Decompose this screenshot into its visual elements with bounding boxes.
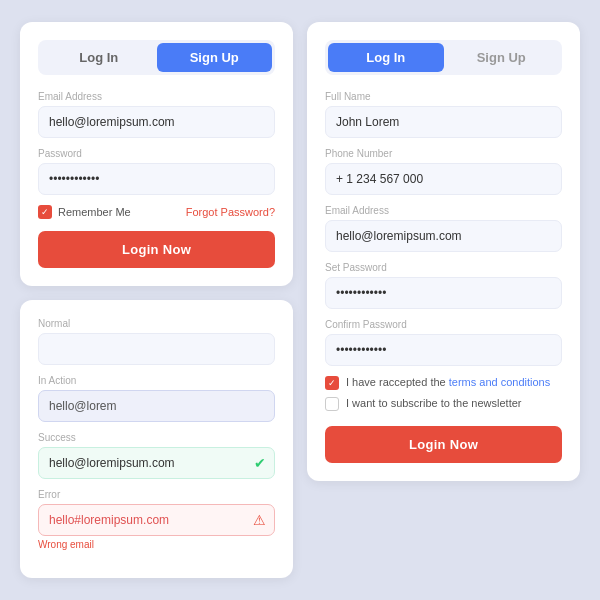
password-label: Password bbox=[38, 148, 275, 159]
signup-card-tabs: Log In Sign Up bbox=[325, 40, 562, 75]
normal-group: Normal bbox=[38, 318, 275, 365]
left-column: Log In Sign Up Email Address Password ✓ … bbox=[20, 22, 293, 578]
phone-input[interactable] bbox=[325, 163, 562, 195]
terms-row-2: I want to subscribe to the newsletter bbox=[325, 397, 562, 411]
right-email-group: Email Address bbox=[325, 205, 562, 252]
remember-row: ✓ Remember Me Forgot Password? bbox=[38, 205, 275, 219]
remember-label: Remember Me bbox=[58, 206, 131, 218]
login-card-tabs: Log In Sign Up bbox=[38, 40, 275, 75]
terms-link[interactable]: terms and conditions bbox=[449, 376, 551, 388]
in-action-input[interactable] bbox=[38, 390, 275, 422]
normal-label: Normal bbox=[38, 318, 275, 329]
error-group: Error ⚠ Wrong email bbox=[38, 489, 275, 550]
forgot-password-link[interactable]: Forgot Password? bbox=[186, 206, 275, 218]
remember-left: ✓ Remember Me bbox=[38, 205, 131, 219]
fullname-input[interactable] bbox=[325, 106, 562, 138]
tab-log-in[interactable]: Log In bbox=[41, 43, 157, 72]
right-email-input[interactable] bbox=[325, 220, 562, 252]
set-password-input[interactable] bbox=[325, 277, 562, 309]
main-container: Log In Sign Up Email Address Password ✓ … bbox=[0, 2, 600, 598]
fullname-group: Full Name bbox=[325, 91, 562, 138]
phone-label: Phone Number bbox=[325, 148, 562, 159]
login-button[interactable]: Login Now bbox=[38, 231, 275, 268]
terms-checkbox[interactable]: ✓ bbox=[325, 376, 339, 390]
in-action-group: In Action bbox=[38, 375, 275, 422]
password-input[interactable] bbox=[38, 163, 275, 195]
phone-group: Phone Number bbox=[325, 148, 562, 195]
email-input[interactable] bbox=[38, 106, 275, 138]
remember-checkbox[interactable]: ✓ bbox=[38, 205, 52, 219]
error-icon: ⚠ bbox=[253, 512, 266, 528]
success-icon: ✔ bbox=[254, 455, 266, 471]
success-group: Success ✔ bbox=[38, 432, 275, 479]
success-input-wrapper: ✔ bbox=[38, 447, 275, 479]
error-input-wrapper: ⚠ bbox=[38, 504, 275, 536]
email-label: Email Address bbox=[38, 91, 275, 102]
newsletter-text: I want to subscribe to the newsletter bbox=[346, 397, 521, 409]
newsletter-checkbox[interactable] bbox=[325, 397, 339, 411]
tab-sign-up-right[interactable]: Sign Up bbox=[444, 43, 560, 72]
set-password-group: Set Password bbox=[325, 262, 562, 309]
in-action-label: In Action bbox=[38, 375, 275, 386]
right-column: Log In Sign Up Full Name Phone Number Em… bbox=[307, 22, 580, 481]
login-card: Log In Sign Up Email Address Password ✓ … bbox=[20, 22, 293, 286]
password-group: Password bbox=[38, 148, 275, 195]
signup-card: Log In Sign Up Full Name Phone Number Em… bbox=[307, 22, 580, 481]
normal-input[interactable] bbox=[38, 333, 275, 365]
fullname-label: Full Name bbox=[325, 91, 562, 102]
success-input[interactable] bbox=[38, 447, 275, 479]
error-input[interactable] bbox=[38, 504, 275, 536]
signup-login-button[interactable]: Login Now bbox=[325, 426, 562, 463]
confirm-password-input[interactable] bbox=[325, 334, 562, 366]
success-label: Success bbox=[38, 432, 275, 443]
terms-text: I have raccepted the terms and condition… bbox=[346, 376, 550, 388]
set-password-label: Set Password bbox=[325, 262, 562, 273]
error-label: Error bbox=[38, 489, 275, 500]
tab-sign-up[interactable]: Sign Up bbox=[157, 43, 273, 72]
email-group: Email Address bbox=[38, 91, 275, 138]
tab-log-in-right[interactable]: Log In bbox=[328, 43, 444, 72]
input-states-card: Normal In Action Success ✔ Error ⚠ bbox=[20, 300, 293, 578]
right-email-label: Email Address bbox=[325, 205, 562, 216]
error-message: Wrong email bbox=[38, 539, 275, 550]
confirm-password-label: Confirm Password bbox=[325, 319, 562, 330]
terms-row-1: ✓ I have raccepted the terms and conditi… bbox=[325, 376, 562, 390]
confirm-password-group: Confirm Password bbox=[325, 319, 562, 366]
